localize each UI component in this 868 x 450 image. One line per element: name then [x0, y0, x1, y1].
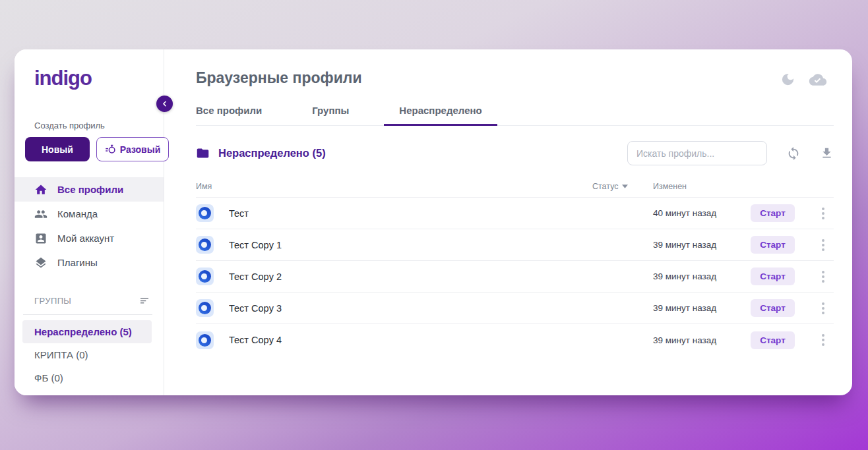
tab-all-profiles[interactable]: Все профили: [196, 105, 262, 125]
sidebar-item-label: Все профили: [57, 184, 123, 195]
table-row: Тест Copy 3 39 минут назад Старт: [196, 293, 834, 324]
browser-profile-icon: [196, 331, 214, 349]
home-icon: [34, 183, 47, 196]
refresh-button[interactable]: [786, 146, 801, 161]
disposable-profile-button[interactable]: Разовый: [96, 137, 169, 161]
moon-icon: [780, 72, 795, 87]
disposable-button-label: Разовый: [120, 144, 160, 155]
profile-name-cell: Тест Copy 1: [196, 236, 592, 254]
sidebar: indigo Создать профиль Новый Разовый: [15, 49, 164, 395]
account-icon: [34, 232, 47, 245]
cloud-sync-button[interactable]: [809, 72, 827, 87]
group-item-unassigned[interactable]: Нераспределено (5): [22, 320, 152, 343]
dark-mode-toggle[interactable]: [780, 72, 795, 87]
status-header-label: Статус: [592, 182, 619, 191]
column-header-status[interactable]: Статус: [592, 182, 653, 191]
groups-sort-button[interactable]: [139, 295, 150, 306]
sidebar-item-team[interactable]: Команда: [15, 202, 164, 226]
tabs-bar: Все профили Группы Нераспределено: [196, 105, 834, 126]
chevron-left-icon: [160, 99, 169, 108]
export-button[interactable]: [820, 146, 834, 160]
sidebar-item-label: Команда: [57, 208, 98, 219]
group-item-crypto[interactable]: КРИПТА (0): [22, 343, 152, 366]
groups-header: ГРУППЫ: [34, 295, 150, 306]
header-icons: [780, 72, 827, 87]
timer-icon: [105, 144, 116, 155]
sort-icon: [139, 295, 150, 306]
profile-name: Тест Copy 3: [229, 303, 282, 314]
sidebar-nav: Все профили Команда Мой аккаунт Плагины: [15, 177, 164, 275]
profile-modified: 39 минут назад: [653, 271, 751, 281]
column-header-name: Имя: [196, 182, 592, 191]
plugins-icon: [34, 256, 47, 269]
refresh-icon: [786, 146, 801, 161]
row-menu-button[interactable]: [819, 205, 827, 222]
profile-name-cell: Тест: [196, 204, 592, 222]
profile-name-cell: Тест Copy 4: [196, 331, 592, 349]
table-row: Тест Copy 2 39 минут назад Старт: [196, 261, 834, 293]
table-row: Тест Copy 1 39 минут назад Старт: [196, 229, 834, 261]
new-profile-button[interactable]: Новый: [25, 137, 90, 161]
page-title: Браузерные профили: [196, 69, 834, 87]
sidebar-item-label: Мой аккаунт: [57, 233, 114, 244]
start-profile-button[interactable]: Старт: [751, 236, 795, 254]
profile-name-cell: Тест Copy 2: [196, 267, 592, 285]
app-window: indigo Создать профиль Новый Разовый: [15, 49, 852, 395]
start-profile-button[interactable]: Старт: [751, 299, 795, 317]
profile-modified: 39 минут назад: [653, 335, 751, 345]
browser-profile-icon: [196, 236, 214, 254]
browser-profile-icon: [196, 204, 214, 222]
section-title: Нераспределено (5): [218, 147, 326, 159]
download-icon: [820, 146, 834, 160]
groups-list: Нераспределено (5) КРИПТА (0) ФБ (0): [15, 320, 164, 389]
profile-modified: 39 минут назад: [653, 240, 751, 250]
row-menu-button[interactable]: [819, 237, 827, 254]
profile-modified: 40 минут назад: [653, 208, 751, 218]
toolbar: Нераспределено (5): [196, 141, 834, 165]
browser-profile-icon: [196, 267, 214, 285]
create-profile-label: Создать профиль: [34, 121, 164, 130]
profile-name: Тест Copy 4: [229, 335, 282, 345]
sidebar-item-all-profiles[interactable]: Все профили: [15, 177, 164, 202]
team-icon: [34, 208, 47, 221]
tab-groups[interactable]: Группы: [312, 105, 349, 125]
profile-name-cell: Тест Copy 3: [196, 299, 592, 317]
search-input[interactable]: [627, 141, 767, 165]
sort-arrow-icon: [622, 184, 628, 188]
toolbar-right: [627, 141, 834, 165]
table-row: Тест Copy 4 39 минут назад Старт: [196, 324, 834, 356]
indigo-logo: indigo: [34, 67, 164, 90]
sidebar-item-label: Плагины: [57, 257, 98, 268]
sidebar-item-my-account[interactable]: Мой аккаунт: [15, 226, 164, 250]
main-content: Браузерные профили Все профили Группы Не…: [164, 49, 852, 395]
sidebar-collapse-button[interactable]: [156, 96, 173, 112]
cloud-check-icon: [809, 72, 827, 87]
section-head: Нераспределено (5): [196, 146, 326, 160]
profile-name: Тест Copy 1: [229, 240, 282, 250]
profiles-table: Имя Статус Изменен Тест 40 минут назад: [196, 176, 834, 356]
profile-modified: 39 минут назад: [653, 303, 751, 313]
row-menu-button[interactable]: [819, 331, 827, 349]
start-profile-button[interactable]: Старт: [751, 204, 795, 222]
browser-profile-icon: [196, 299, 214, 317]
tab-unassigned[interactable]: Нераспределено: [399, 105, 481, 125]
group-item-fb[interactable]: ФБ (0): [22, 366, 152, 389]
sidebar-item-plugins[interactable]: Плагины: [15, 250, 164, 275]
profile-name: Тест: [229, 208, 249, 219]
groups-divider: [23, 314, 152, 315]
table-row: Тест 40 минут назад Старт: [196, 198, 834, 229]
column-header-modified: Изменен: [653, 182, 751, 191]
folder-icon: [196, 146, 210, 160]
start-profile-button[interactable]: Старт: [751, 267, 795, 285]
start-profile-button[interactable]: Старт: [751, 331, 795, 349]
table-header: Имя Статус Изменен: [196, 176, 834, 198]
row-menu-button[interactable]: [819, 300, 827, 317]
row-menu-button[interactable]: [819, 268, 827, 285]
groups-title: ГРУППЫ: [34, 296, 71, 306]
profile-name: Тест Copy 2: [229, 271, 282, 282]
create-buttons-row: Новый Разовый: [25, 137, 153, 161]
